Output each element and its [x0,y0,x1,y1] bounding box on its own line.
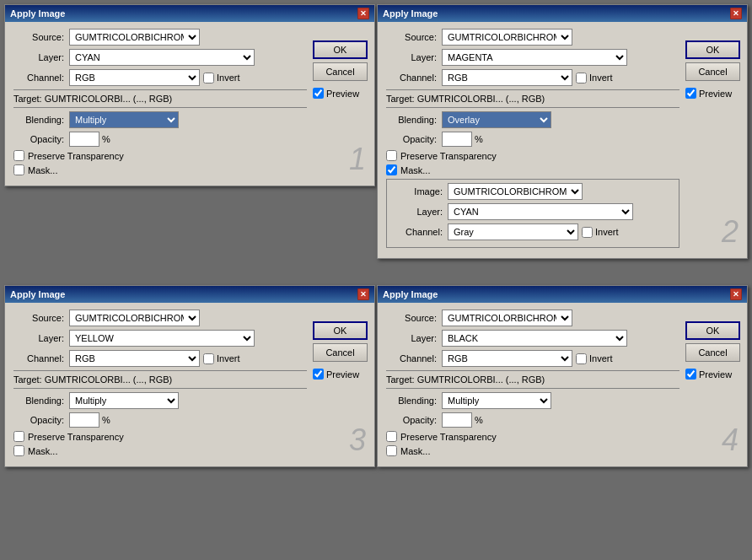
opacity-label-1: Opacity: [13,134,64,144]
preview-checkbox-3[interactable] [313,369,324,380]
close-button-2[interactable]: ✕ [730,8,742,19]
mask-checkbox-4[interactable] [386,445,397,456]
mask-label-2: Mask... [400,165,430,175]
invert-checkbox-4[interactable] [576,353,587,364]
image-label-2: Image: [392,186,443,197]
image-select-2[interactable]: GUMTRICOLORBICHROM... [448,183,583,200]
invert-label-2: Invert [589,73,613,83]
mask-channel-select-2[interactable]: Gray [448,223,578,240]
opacity-input-2[interactable]: 60 [442,132,472,147]
cancel-button-4[interactable]: Cancel [685,343,740,362]
ok-button-4[interactable]: OK [685,321,740,340]
channel-select-3[interactable]: RGB [69,350,200,367]
channel-label-2: Channel: [386,73,437,83]
invert-checkbox-3[interactable] [203,353,214,364]
mask-invert-checkbox-2[interactable] [582,227,593,238]
mask-layer-select-2[interactable]: CYAN [448,203,633,220]
dialog4-number: 4 [722,423,739,458]
preview-checkbox-1[interactable] [313,88,324,99]
preview-label-2: Preview [699,89,732,99]
target-value-4: GUMTRICOLORBI... (..., RGB) [417,374,545,385]
close-button-1[interactable]: ✕ [357,8,369,19]
dialog3-number: 3 [349,423,366,458]
percent-label-4: % [475,415,483,425]
dialog2-number: 2 [722,214,739,250]
preview-checkbox-4[interactable] [685,369,696,380]
mask-checkbox-1[interactable] [13,164,24,175]
channel-label-4: Channel: [386,353,437,363]
preserve-checkbox-4[interactable] [386,431,397,442]
blending-label-2: Blending: [386,115,437,125]
ok-button-3[interactable]: OK [313,321,368,340]
apply-image-dialog-4: Apply Image ✕ Source: GUMTRICOLORBICHROM… [377,285,748,467]
source-label-3: Source: [13,313,64,323]
preserve-checkbox-1[interactable] [13,150,24,161]
blending-select-1[interactable]: Multiply [69,111,179,128]
preview-label-4: Preview [699,369,732,380]
opacity-input-4[interactable]: 65 [442,412,472,428]
cancel-button-2[interactable]: Cancel [685,62,740,81]
target-label-3: Target: [13,374,42,385]
dialog2-title: Apply Image [383,8,438,19]
source-label-2: Source: [386,32,437,42]
layer-select-1[interactable]: CYAN [69,49,255,66]
channel-select-2[interactable]: RGB [442,69,572,86]
opacity-input-1[interactable]: 100 [69,132,99,147]
blending-select-4[interactable]: Multiply [442,392,551,409]
channel-select-1[interactable]: RGB [69,69,200,86]
blending-select-3[interactable]: Multiply [69,392,179,409]
blending-label-4: Blending: [386,396,437,406]
blending-select-2[interactable]: Overlay [442,111,551,128]
layer-select-2[interactable]: MAGENTA [442,49,627,66]
cancel-button-1[interactable]: Cancel [313,62,368,81]
preserve-label-1: Preserve Transparency [28,151,124,161]
layer-label-3: Layer: [13,333,64,343]
opacity-input-3[interactable]: 80 [69,412,99,428]
source-select-4[interactable]: GUMTRICOLORBICHROM... [442,310,572,326]
apply-image-dialog-2: Apply Image ✕ Source: GUMTRICOLORBICHROM… [377,4,748,259]
preview-label-3: Preview [326,369,359,380]
ok-button-1[interactable]: OK [313,40,368,59]
layer-select-4[interactable]: BLACK [442,330,627,347]
title-bar-1: Apply Image ✕ [5,5,374,22]
blending-label-3: Blending: [13,396,64,406]
target-value-2: GUMTRICOLORBI... (..., RGB) [417,94,545,104]
layer-select-3[interactable]: YELLOW [69,330,255,347]
percent-label-2: % [475,134,483,144]
percent-label-1: % [102,134,110,144]
ok-button-2[interactable]: OK [685,40,740,59]
preserve-label-4: Preserve Transparency [400,432,497,442]
close-button-3[interactable]: ✕ [357,288,369,300]
invert-checkbox-1[interactable] [203,73,214,83]
channel-label-1: Channel: [13,73,64,83]
target-label-1: Target: [13,94,42,104]
preserve-checkbox-3[interactable] [13,431,24,442]
mask-checkbox-3[interactable] [13,445,24,456]
opacity-label-4: Opacity: [386,415,437,425]
buttons-col-3: OK Cancel Preview [313,321,368,380]
invert-checkbox-2[interactable] [576,73,587,83]
layer-label-1: Layer: [13,52,64,62]
close-button-4[interactable]: ✕ [730,288,742,300]
buttons-col-2: OK Cancel Preview [685,40,740,99]
source-select-3[interactable]: GUMTRICOLORBICHROM... [69,310,200,326]
channel-label-3: Channel: [13,353,64,363]
source-select-1[interactable]: GUMTRICOLORBICHROM... [69,29,200,46]
preview-label-1: Preview [326,89,359,99]
target-label-2: Target: [386,94,415,104]
apply-image-dialog-3: Apply Image ✕ Source: GUMTRICOLORBICHROM… [4,285,375,467]
cancel-button-3[interactable]: Cancel [313,343,368,362]
apply-image-dialog-1: Apply Image ✕ Source: GUMTRICOLORBICHROM… [4,4,375,186]
channel-select-4[interactable]: RGB [442,350,572,367]
preview-checkbox-2[interactable] [685,88,696,99]
dialog4-title: Apply Image [383,289,438,299]
preserve-checkbox-2[interactable] [386,150,397,161]
invert-label-3: Invert [217,353,240,363]
target-value-1: GUMTRICOLORBI... (..., RGB) [45,94,173,104]
layer-label-4: Layer: [386,333,437,343]
target-value-3: GUMTRICOLORBI... (..., RGB) [45,374,173,385]
invert-label-1: Invert [217,73,240,83]
mask-checkbox-2[interactable] [386,164,397,175]
mask-invert-label-2: Invert [595,227,619,237]
source-select-2[interactable]: GUMTRICOLORBICHROM... [442,29,572,46]
